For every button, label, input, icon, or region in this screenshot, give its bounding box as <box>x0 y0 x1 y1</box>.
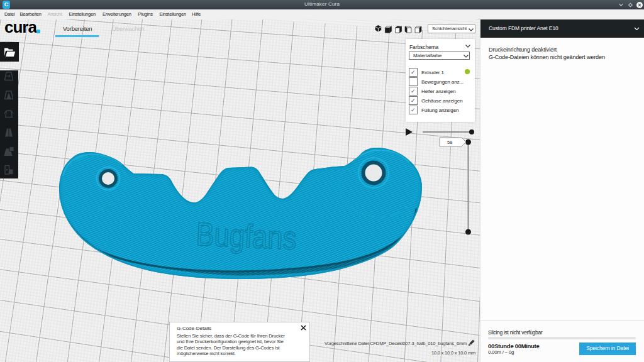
svg-text:Bugfans: Bugfans <box>196 216 297 256</box>
svg-text:58: 58 <box>447 140 452 145</box>
